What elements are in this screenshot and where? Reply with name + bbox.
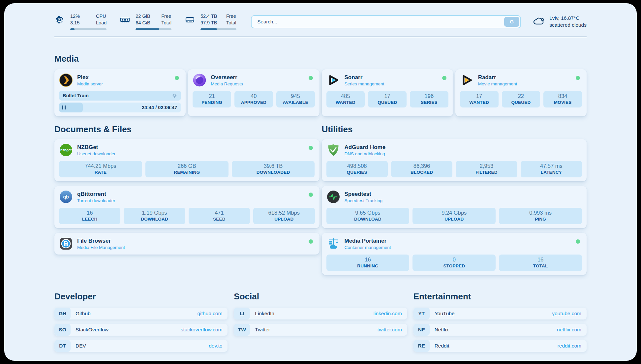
app-card-file-browser[interactable]: File Browser Media File Management xyxy=(54,233,320,255)
stat-pill: 2,953FILTERED xyxy=(456,161,517,177)
stat-pill: 16LEECH xyxy=(59,208,120,224)
stat-label: LATENCY xyxy=(522,170,581,175)
app-title: AdGuard Home xyxy=(345,144,386,151)
disk-icon xyxy=(185,15,195,25)
stat-value: 834 xyxy=(545,93,581,99)
stat-pill: 0.993 msPING xyxy=(499,208,582,224)
stat-value: 16 xyxy=(328,257,408,263)
stat-label: DOWNLOAD xyxy=(328,217,408,222)
pause-icon xyxy=(62,106,66,109)
bookmark-dev[interactable]: DT DEV dev.to xyxy=(54,340,228,352)
status-dot xyxy=(576,76,580,80)
stat-value: 498,508 xyxy=(328,163,386,169)
bookmark-name: Github xyxy=(76,311,91,317)
stat-value: 945 xyxy=(278,93,314,99)
app-card-speedtest[interactable]: Speedtest Speedtest Tracking 9.65 GbpsDO… xyxy=(322,186,587,228)
stat-value: 16 xyxy=(60,210,119,216)
bookmark-tag: RE xyxy=(413,340,430,352)
app-card-adguard-home[interactable]: AdGuard Home DNS and adblocking 498,508Q… xyxy=(322,139,587,181)
portainer-icon xyxy=(326,237,340,251)
stat-pill: 9.24 GbpsUPLOAD xyxy=(412,208,496,224)
stat-value: 471 xyxy=(190,210,249,216)
utilities-column: Utilities AdGuard Home DNS and adblockin… xyxy=(322,116,587,275)
stat-pill: 47.57 msLATENCY xyxy=(521,161,582,177)
bookmark-tag: LI xyxy=(234,308,250,319)
stat-label: MOVIES xyxy=(545,100,581,105)
stat-label: PING xyxy=(500,217,581,222)
stat-label: RUNNING xyxy=(328,263,408,268)
app-card-sonarr[interactable]: Sonarr Series management 485WANTED 17QUE… xyxy=(322,69,453,116)
cpu-label-top: CPU xyxy=(96,13,107,20)
bookmark-url[interactable]: netflix.com xyxy=(557,327,581,333)
cpu-progress-bar xyxy=(70,28,107,30)
qbittorrent-icon: qb xyxy=(59,190,73,204)
bookmark-stackoverflow[interactable]: SO StackOverflow stackoverflow.com xyxy=(54,324,228,336)
gear-icon[interactable] xyxy=(172,93,177,99)
app-title: Media Portainer xyxy=(345,238,391,244)
stat-label: TOTAL xyxy=(500,263,581,268)
bookmark-url[interactable]: dev.to xyxy=(209,343,222,349)
status-dot xyxy=(442,76,446,80)
bookmark-youtube[interactable]: YT YouTube youtube.com xyxy=(413,308,587,319)
stat-pill: 0STOPPED xyxy=(412,255,496,271)
bookmark-name: DEV xyxy=(76,343,86,349)
search-input[interactable] xyxy=(251,15,521,28)
app-card-radarr[interactable]: Radarr Movie management 17WANTED 22QUEUE… xyxy=(455,69,587,116)
stat-pill: 17WANTED xyxy=(460,91,499,107)
status-dot xyxy=(309,239,313,244)
app-title: NZBGet xyxy=(77,144,115,151)
cpu-usage: 12% xyxy=(70,13,87,20)
stat-value: 196 xyxy=(411,93,447,99)
stat-pill: 16RUNNING xyxy=(326,255,410,271)
app-subtitle: Container management xyxy=(345,245,391,250)
disk-free: 52.4 TB xyxy=(200,13,218,20)
stat-value: 9.24 Gbps xyxy=(414,210,494,216)
section-title-documents: Documents & Files xyxy=(54,124,320,135)
bookmark-url[interactable]: twitter.com xyxy=(378,327,402,333)
app-card-nzbget[interactable]: nzbget NZBGet Usenet downloader 744.21 M… xyxy=(54,139,320,181)
app-card-qbittorrent[interactable]: qb qBittorrent Torrent downloader 16LEEC… xyxy=(54,186,320,228)
bookmark-twitter[interactable]: TW Twitter twitter.com xyxy=(234,324,407,336)
bookmark-tag: GH xyxy=(54,308,71,319)
stat-label: PENDING xyxy=(194,100,230,105)
section-title-developer: Developer xyxy=(54,291,228,302)
app-card-overseerr[interactable]: Overseerr Media Requests 21PENDING 40APP… xyxy=(188,69,319,116)
svg-text:nzbget: nzbget xyxy=(60,148,72,152)
ram-label-bottom: Total xyxy=(161,20,171,26)
app-title: Radarr xyxy=(478,74,517,81)
bookmark-netflix[interactable]: NF Netflix netflix.com xyxy=(413,324,587,336)
stat-value: 618.52 Mbps xyxy=(255,210,313,216)
stat-value: 40 xyxy=(236,93,272,99)
bookmark-url[interactable]: github.com xyxy=(198,311,223,317)
stat-label: AVAILABLE xyxy=(278,100,314,105)
ram-icon xyxy=(120,15,130,25)
stat-value: 0 xyxy=(414,257,494,263)
bookmark-tag: NF xyxy=(413,324,430,336)
cpu-label-bottom: Load xyxy=(96,20,107,26)
bookmark-url[interactable]: linkedin.com xyxy=(374,311,402,317)
adguard-icon xyxy=(326,143,340,157)
stat-value: 21 xyxy=(194,93,230,99)
bookmark-url[interactable]: stackoverflow.com xyxy=(181,327,223,333)
developer-column: Developer GH Github github.com SO StackO… xyxy=(54,283,228,356)
bookmark-url[interactable]: youtube.com xyxy=(552,311,581,317)
status-dot xyxy=(309,146,313,150)
stat-value: 9.65 Gbps xyxy=(328,210,408,216)
search-engine-button[interactable]: G xyxy=(504,17,519,27)
social-column: Social LI LinkedIn linkedin.com TW Twitt… xyxy=(234,283,407,356)
app-title: Sonarr xyxy=(345,74,384,81)
svg-text:qb: qb xyxy=(63,194,69,199)
section-title-utilities: Utilities xyxy=(322,124,587,135)
status-dot xyxy=(309,76,313,80)
bookmark-github[interactable]: GH Github github.com xyxy=(54,308,228,319)
stat-label: BLOCKED xyxy=(392,170,451,175)
bookmark-linkedin[interactable]: LI LinkedIn linkedin.com xyxy=(234,308,407,319)
disk-widget: 52.4 TB 97.9 TB Free Total xyxy=(185,13,236,30)
stat-label: RATE xyxy=(60,170,141,175)
bookmark-url[interactable]: reddit.com xyxy=(558,343,581,349)
stat-label: LEECH xyxy=(60,217,119,222)
stat-label: FILTERED xyxy=(457,170,516,175)
bookmark-reddit[interactable]: RE Reddit reddit.com xyxy=(413,340,587,352)
app-card-plex[interactable]: Plex Media server Bullet Train 24:44 / 0… xyxy=(54,69,186,116)
app-card-media-portainer[interactable]: Media Portainer Container management 16R… xyxy=(322,233,587,275)
